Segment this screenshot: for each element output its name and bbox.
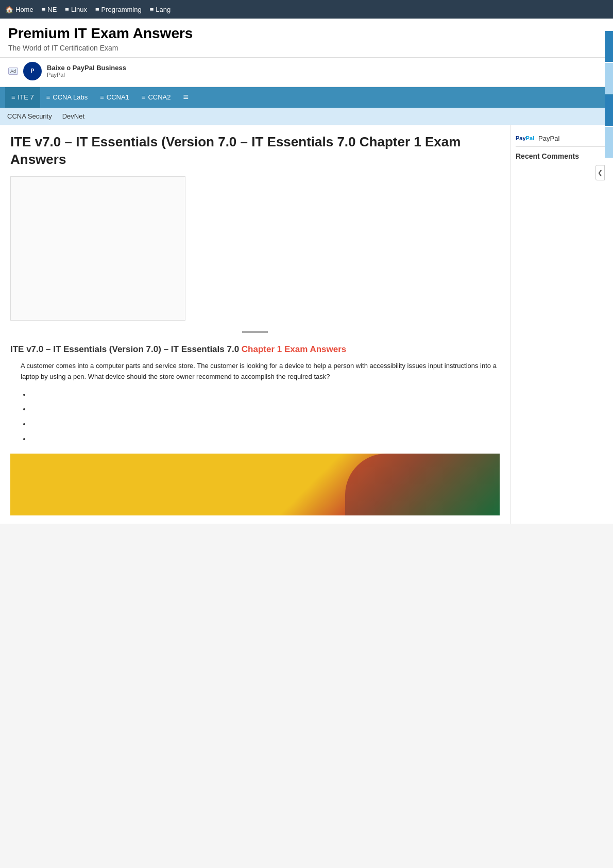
bottom-banner-ad [10,454,500,515]
second-nav: ≡ ITE 7 ≡ CCNA Labs ≡ CCNA1 ≡ CCNA2 ≡ [0,87,613,108]
ccna-labs-icon: ≡ [46,93,50,101]
ad-strip: Ad P Baixe o PayPal Business PayPal [0,58,613,87]
ad-badge: Ad [8,68,18,75]
ccna2-icon: ≡ [142,93,146,101]
page-title: ITE v7.0 – IT Essentials (Version 7.0 – … [10,133,500,169]
answer-item-3 [31,417,500,432]
ccna1-icon: ≡ [100,93,104,101]
lang-menu-icon: ≡ [150,6,154,13]
recent-comments-title: Recent Comments [516,152,608,160]
site-title: Premium IT Exam Answers [8,26,605,42]
ad-provider: PayPal [47,72,126,78]
home-link[interactable]: 🏠 Home [5,6,33,13]
article-subtitle: ITE v7.0 – IT Essentials (Version 7.0) –… [10,343,500,356]
ad-title: Baixe o PayPal Business [47,64,126,72]
nav-devnet[interactable]: DevNet [62,112,84,120]
nav-ccna-security[interactable]: CCNA Security [7,112,52,120]
right-sidebar: PayPal PayPal Recent Comments [510,125,613,524]
question-text: A customer comes into a computer parts a… [21,361,500,382]
nav-ccna1[interactable]: ≡ CCNA1 [94,87,135,108]
site-header: Premium IT Exam Answers The World of IT … [0,19,613,58]
paypal-widget: PayPal PayPal [516,130,608,147]
side-accent-bars [605,31,613,158]
nav-ccna2[interactable]: ≡ CCNA2 [135,87,177,108]
article-section: ITE v7.0 – IT Essentials (Version 7.0) –… [10,343,500,446]
home-icon: 🏠 [5,6,13,13]
content-columns [10,176,500,321]
nav-ite7[interactable]: ≡ ITE 7 [5,87,40,108]
main-wrapper: ITE v7.0 – IT Essentials (Version 7.0 – … [0,125,613,524]
nav-ne[interactable]: ≡ NE [42,6,57,13]
side-bar-blue-bottom [605,95,613,126]
paypal-logo: PayPal [516,135,534,141]
ite7-icon: ≡ [11,93,15,101]
question-block: A customer comes into a computer parts a… [21,361,500,446]
third-nav: CCNA Security DevNet [0,108,613,125]
nav-linux[interactable]: ≡ Linux [65,6,87,13]
side-bar-light-bottom [605,127,613,158]
answer-item-2 [31,402,500,417]
ad-text-block: Baixe o PayPal Business PayPal [47,64,126,78]
site-subtitle: The World of IT Certification Exam [8,44,605,52]
ad-icon: P [23,62,42,80]
nav-programming[interactable]: ≡ Programming [95,6,142,13]
paypal-widget-label: PayPal [538,135,559,142]
top-nav: 🏠 Home ≡ NE ≡ Linux ≡ Programming ≡ Lang [0,0,613,19]
ne-menu-icon: ≡ [42,6,46,13]
linux-menu-icon: ≡ [65,6,69,13]
programming-menu-icon: ≡ [95,6,99,13]
nav-lang[interactable]: ≡ Lang [150,6,171,13]
side-bar-light-top [605,63,613,94]
section-divider [242,331,268,333]
sidebar-collapse-button[interactable]: ❮ [595,165,605,180]
answer-list [31,388,500,446]
content-area: ITE v7.0 – IT Essentials (Version 7.0 – … [0,125,510,524]
content-left-column [10,176,185,321]
content-right-column [201,176,500,321]
answer-item-1 [31,388,500,403]
nav-ccna-labs[interactable]: ≡ CCNA Labs [40,87,94,108]
answer-item-4 [31,432,500,447]
side-bar-blue-top [605,31,613,62]
article-subtitle-plain: ITE v7.0 – IT Essentials (Version 7.0) –… [10,344,242,354]
more-icon: ≡ [183,92,189,103]
banner-curve [345,454,500,515]
article-subtitle-highlight: Chapter 1 Exam Answers [242,344,346,354]
nav-more[interactable]: ≡ [177,87,195,108]
